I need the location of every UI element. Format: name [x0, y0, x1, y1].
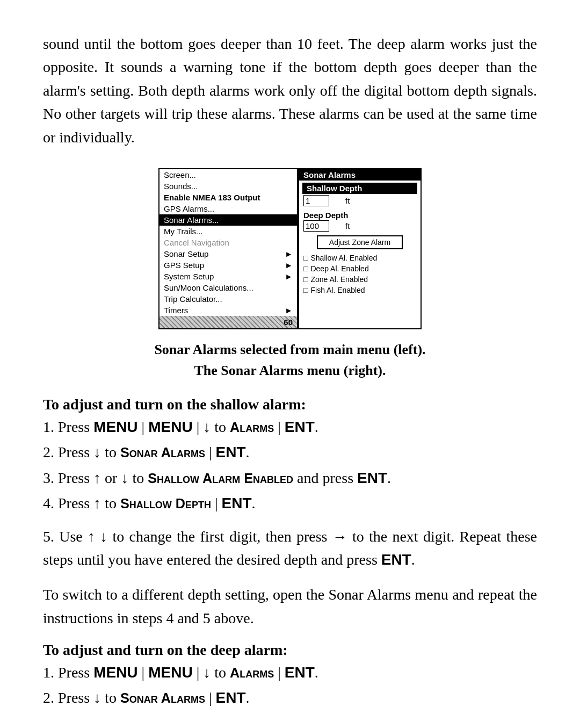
menu-item-sounds: Sounds...: [160, 181, 297, 192]
adjust-zone-alarm-btn[interactable]: Adjust Zone Alarm: [317, 235, 403, 249]
caption-line2: The Sonar Alarms menu (right).: [43, 360, 537, 381]
checkbox-fish-label: Fish Al. Enabled: [310, 286, 365, 294]
checkbox-zone-label: Zone Al. Enabled: [310, 275, 368, 284]
menu-item-gps-alarms: GPS Alarms...: [160, 203, 297, 214]
shallow-value-row: 1 ft: [299, 194, 421, 207]
menu-item-cancel-nav: Cancel Navigation: [160, 237, 297, 248]
shallow-step-3: 3. Press ↑ or ↓ to Shallow Alarm Enabled…: [43, 466, 537, 489]
menu-bottom-bar: 60: [160, 316, 297, 328]
checkbox-deep-icon: □: [303, 264, 308, 273]
menu-item-timers: Timers►: [160, 305, 297, 316]
deep-value-row: 100 ft: [299, 220, 421, 232]
caption: Sonar Alarms selected from main menu (le…: [43, 339, 537, 381]
shallow-input: 1: [303, 195, 329, 206]
page-number: 59: [43, 726, 537, 728]
checkbox-fish: □ Fish Al. Enabled: [299, 285, 421, 295]
menu-item-sonar-setup: Sonar Setup►: [160, 248, 297, 260]
checkbox-shallow: □ Shallow Al. Enabled: [299, 253, 421, 263]
checkbox-deep-label: Deep Al. Enabled: [310, 264, 368, 273]
checkbox-zone-icon: □: [303, 275, 308, 284]
intro-paragraph: sound until the bottom goes deeper than …: [43, 32, 537, 149]
deep-input: 100: [303, 220, 329, 232]
deep-step-1: 1. Press MENU | MENU | ↓ to Alarms | ENT…: [43, 661, 537, 684]
shallow-step-4: 4. Press ↑ to Shallow Depth | ENT.: [43, 492, 537, 515]
menu-item-sun-moon: Sun/Moon Calculations...: [160, 282, 297, 293]
menu-item-trip-calc: Trip Calculator...: [160, 293, 297, 305]
deep-step-2: 2. Press ↓ to Sonar Alarms | ENT.: [43, 686, 537, 709]
deep-heading: To adjust and turn on the deep alarm:: [43, 641, 537, 659]
checkbox-fish-icon: □: [303, 286, 308, 294]
checkbox-shallow-label: Shallow Al. Enabled: [310, 254, 377, 262]
shallow-depth-selected: Shallow Depth: [302, 183, 417, 194]
deep-unit: ft: [345, 221, 350, 230]
menu-item-nmea: Enable NMEA 183 Output: [160, 192, 297, 203]
left-menu: Screen... Sounds... Enable NMEA 183 Outp…: [158, 168, 298, 329]
shallow-heading: To adjust and turn on the shallow alarm:: [43, 396, 537, 413]
shallow-unit: ft: [345, 196, 350, 205]
checkbox-deep: □ Deep Al. Enabled: [299, 263, 421, 274]
menu-item-gps-setup: GPS Setup►: [160, 260, 297, 271]
switch-para: To switch to a different depth setting, …: [43, 583, 537, 630]
deep-alarm-section: To adjust and turn on the deep alarm: 1.…: [43, 641, 537, 710]
shallow-step-2: 2. Press ↓ to Sonar Alarms | ENT.: [43, 441, 537, 464]
checkbox-shallow-icon: □: [303, 254, 308, 262]
alarms-title: Sonar Alarms: [299, 169, 421, 181]
menu-item-sonar-alarms: Sonar Alarms...: [160, 214, 297, 226]
checkbox-zone: □ Zone Al. Enabled: [299, 274, 421, 285]
menu-item-my-trails: My Trails...: [160, 226, 297, 237]
shallow-step-5: 5. Use ↑ ↓ to change the first digit, th…: [43, 525, 537, 572]
right-menu: Sonar Alarms Shallow Depth 1 ft Deep Dep…: [298, 168, 422, 329]
menu-item-system-setup: System Setup►: [160, 271, 297, 282]
shallow-step-1: 1. Press MENU | MENU | ↓ to Alarms | ENT…: [43, 415, 537, 438]
deep-depth-label: Deep Depth: [299, 207, 421, 220]
screenshot-container: Screen... Sounds... Enable NMEA 183 Outp…: [43, 168, 537, 329]
caption-line1: Sonar Alarms selected from main menu (le…: [43, 339, 537, 360]
shallow-alarm-section: To adjust and turn on the shallow alarm:…: [43, 396, 537, 515]
menu-item-screen: Screen...: [160, 169, 297, 181]
